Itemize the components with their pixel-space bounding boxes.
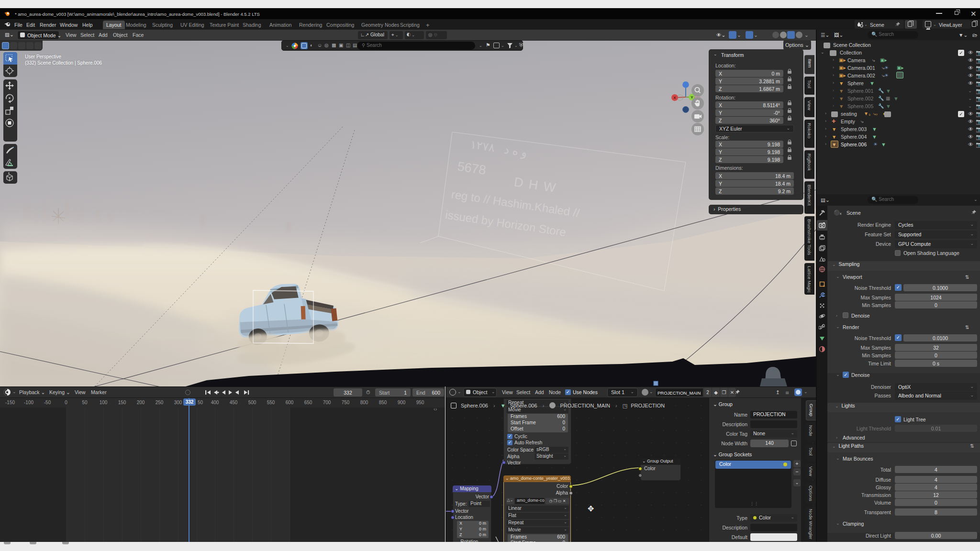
svg-text:X: X (673, 96, 676, 100)
